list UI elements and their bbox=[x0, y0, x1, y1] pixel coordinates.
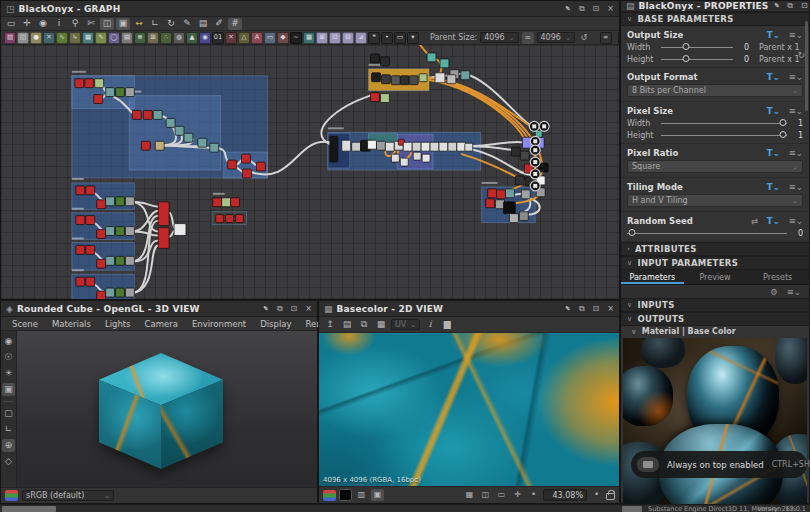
parameter-menu-icon[interactable]: ≡⌄ bbox=[789, 30, 803, 40]
link-wh-icon[interactable]: ∞ bbox=[522, 32, 534, 44]
parameter-menu-icon[interactable]: ≡⌄ bbox=[789, 72, 803, 82]
graph-node[interactable] bbox=[520, 151, 529, 160]
pin-panel-icon[interactable]: ✒ bbox=[562, 3, 572, 13]
graph-node[interactable] bbox=[86, 277, 95, 286]
graph-node[interactable] bbox=[391, 76, 400, 85]
graph-node[interactable] bbox=[503, 202, 515, 214]
menu-display[interactable]: Display bbox=[253, 319, 298, 329]
node-blend[interactable]: ◱ bbox=[17, 32, 29, 44]
tiling-mode-select[interactable]: H and V Tiling⌄ bbox=[627, 194, 803, 207]
cut-links-icon[interactable]: ✄ bbox=[84, 18, 98, 30]
graph-node[interactable] bbox=[435, 73, 445, 83]
node-crop[interactable]: ⊟ bbox=[342, 32, 354, 44]
graph-node[interactable] bbox=[143, 110, 152, 119]
graph-node[interactable] bbox=[385, 142, 394, 151]
close-panel-icon[interactable]: × bbox=[607, 5, 614, 13]
tiling-toggle-icon[interactable]: ◫ bbox=[479, 489, 492, 501]
graph-node[interactable] bbox=[400, 158, 408, 166]
image-filter-icon[interactable]: ▣ bbox=[371, 489, 384, 501]
shuffle-seed-icon[interactable]: ⇄ bbox=[751, 216, 758, 226]
graph-node[interactable] bbox=[85, 79, 94, 88]
histogram-icon[interactable]: ▆ bbox=[440, 318, 454, 331]
graph-node[interactable] bbox=[76, 216, 85, 225]
parameter-menu-icon[interactable]: ≡⌄ bbox=[789, 182, 803, 192]
relink-size-icon[interactable]: ↻ bbox=[797, 50, 805, 60]
parent-width-select[interactable]: 4096⌄ bbox=[480, 32, 518, 43]
section-input-parameters[interactable]: ∨INPUT PARAMETERS bbox=[621, 256, 809, 270]
graph-node[interactable] bbox=[125, 88, 134, 97]
graph-node[interactable] bbox=[97, 200, 106, 209]
expose-parameter-icon[interactable]: T⌄ bbox=[767, 106, 780, 116]
node-levels[interactable]: ▤ bbox=[121, 32, 133, 44]
graph-node[interactable] bbox=[76, 245, 85, 254]
zoom-lock-icon[interactable] bbox=[606, 493, 615, 500]
node-info-icon[interactable]: i bbox=[52, 18, 66, 30]
graph-node[interactable] bbox=[226, 215, 234, 223]
node-uniform-color[interactable]: ▧ bbox=[4, 32, 16, 44]
pan-tool-icon[interactable]: ✛ bbox=[20, 18, 34, 30]
section-attributes[interactable]: ›ATTRIBUTES bbox=[621, 242, 809, 256]
graph-node[interactable] bbox=[158, 228, 169, 249]
graph-node[interactable] bbox=[421, 142, 430, 151]
geometry-wireframe-icon[interactable]: ◇ bbox=[2, 455, 15, 468]
paint-tool-icon[interactable]: ✐ bbox=[212, 18, 226, 30]
node-comment[interactable]: ❝ bbox=[368, 32, 380, 44]
zoom-out-icon[interactable]: • bbox=[527, 489, 540, 501]
node-3d-view[interactable]: ◍ bbox=[173, 32, 185, 44]
parameter-menu-icon[interactable]: ≡⌄ bbox=[789, 148, 803, 158]
save-image-icon[interactable]: ▤ bbox=[340, 318, 354, 331]
graph-node[interactable] bbox=[153, 110, 162, 119]
node-text[interactable]: A bbox=[251, 32, 263, 44]
graph-node[interactable] bbox=[175, 126, 184, 135]
graph-node[interactable] bbox=[213, 198, 222, 207]
maximize-panel-icon[interactable]: ⊡ bbox=[593, 305, 600, 313]
node-tone-curve[interactable]: ~ bbox=[290, 32, 302, 44]
random-seed-slider[interactable] bbox=[627, 228, 787, 238]
node-tile-sampler[interactable]: ▦ bbox=[303, 32, 315, 44]
colorspace-select[interactable]: sRGB (default)⌄ bbox=[22, 490, 114, 501]
pixel-height-slider[interactable] bbox=[661, 130, 787, 140]
section-outputs[interactable]: ∨OUTPUTS bbox=[621, 312, 809, 326]
menu-environment[interactable]: Environment bbox=[185, 319, 253, 329]
geometry-sphere-icon[interactable]: ⊕ bbox=[2, 439, 15, 452]
graph-node[interactable] bbox=[412, 142, 421, 151]
copy-image-icon[interactable]: ⧉ bbox=[357, 318, 371, 331]
expose-parameter-icon[interactable]: T⌄ bbox=[767, 148, 780, 158]
graph-node[interactable] bbox=[116, 227, 125, 236]
graph-node[interactable] bbox=[381, 75, 390, 84]
node-fill[interactable]: ◆ bbox=[277, 32, 289, 44]
graph-node[interactable] bbox=[116, 288, 125, 297]
graph-node[interactable] bbox=[106, 227, 115, 236]
pixel-ratio-select[interactable]: Square⌄ bbox=[627, 160, 803, 173]
pixel-width-slider[interactable] bbox=[661, 118, 787, 128]
zoom-tool-icon[interactable]: ⚲ bbox=[68, 18, 82, 30]
display-nodes-icon[interactable]: ◫ bbox=[100, 18, 114, 30]
graph-node[interactable] bbox=[125, 256, 134, 265]
viewport-3d[interactable] bbox=[17, 331, 317, 487]
graph-node[interactable] bbox=[106, 88, 115, 97]
background-swatch[interactable] bbox=[339, 489, 352, 501]
close-panel-icon[interactable]: × bbox=[607, 305, 614, 313]
width-mode[interactable]: Parent x 1 bbox=[753, 43, 803, 52]
graph-node[interactable] bbox=[125, 288, 134, 297]
graph-node[interactable] bbox=[94, 95, 103, 104]
zoom-level-field[interactable]: 43.08% bbox=[543, 489, 587, 501]
graph-node[interactable] bbox=[242, 154, 251, 163]
height-slider[interactable] bbox=[661, 54, 733, 64]
close-panel-icon[interactable]: × bbox=[305, 305, 312, 313]
graph-node[interactable] bbox=[352, 142, 361, 151]
graph-node[interactable] bbox=[505, 189, 514, 198]
list-options-icon[interactable]: ≡⌄ bbox=[787, 287, 801, 297]
image-view-icon[interactable]: ▤ bbox=[196, 18, 210, 30]
node-curve[interactable]: ∿ bbox=[56, 32, 68, 44]
graph-node[interactable] bbox=[198, 138, 207, 147]
edit-tool-icon[interactable]: ✎ bbox=[180, 18, 194, 30]
graph-node[interactable] bbox=[371, 93, 380, 102]
properties-scrollbar[interactable] bbox=[805, 21, 808, 111]
height-mode[interactable]: Parent x 1 bbox=[753, 55, 803, 64]
graph-node[interactable] bbox=[106, 256, 115, 265]
graph-node[interactable] bbox=[427, 53, 436, 62]
export-image-icon[interactable]: ↥ bbox=[323, 318, 337, 331]
link-size-icon[interactable]: ∞ bbox=[600, 32, 612, 44]
parent-height-select[interactable]: 4096⌄ bbox=[537, 32, 575, 43]
